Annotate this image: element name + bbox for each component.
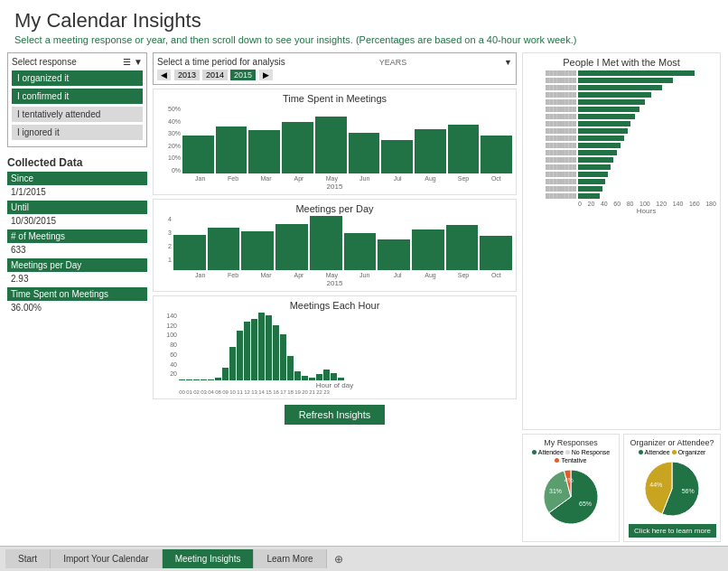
chart3-bar [222, 368, 229, 380]
tab-import[interactable]: Import Your Calendar [51, 549, 163, 568]
response-icons: ☰ ▼ [123, 57, 143, 67]
chart3-bar [323, 370, 330, 380]
svg-text:31%: 31% [549, 488, 562, 494]
nav-left[interactable]: ◀ [157, 70, 171, 80]
chart-meetings-hour: Meetings Each Hour 14012010080604020 Hou… [153, 295, 517, 399]
people-row: ████████ [527, 70, 716, 76]
chart2-bar [208, 228, 240, 270]
until-value: 10/30/2015 [7, 215, 147, 227]
chart1-bar [315, 117, 347, 173]
meetings-value: 633 [7, 244, 147, 256]
chart1-bar [182, 136, 214, 173]
attendee2-label: Attendee [645, 449, 670, 455]
chart3-bar [229, 347, 236, 381]
attendee2-dot [639, 450, 643, 454]
btn-ignored[interactable]: I ignored it [12, 125, 143, 140]
pie1-box: My Responses Attendee No Response Ten [522, 434, 620, 542]
chart3-bar [309, 378, 315, 380]
response-box: Select response ☰ ▼ I organized it I con… [7, 52, 147, 147]
tab-learn-more[interactable]: Learn More [254, 549, 326, 568]
people-title: People I Met with the Most [527, 57, 716, 68]
chart-time-spent: Time Spent in Meetings 50%40%30%20%10%0%… [153, 89, 517, 195]
horiz-axis-label: Hours [527, 207, 716, 215]
chart3-bar [186, 379, 192, 380]
svg-text:4%: 4% [565, 477, 574, 483]
btn-tentative[interactable]: I tentatively attended [12, 107, 143, 122]
filter-icon[interactable]: ☰ [123, 57, 131, 67]
people-row: ████████ [527, 150, 716, 155]
funnel-icon[interactable]: ▼ [134, 57, 143, 67]
chart-meetings-day: Meetings per Day 4321 JanFebMarAprMayJun… [153, 199, 517, 292]
chart3-bar [215, 378, 221, 380]
year-tab-2014[interactable]: 2014 [202, 70, 228, 80]
chart1-x-labels: JanFebMarAprMayJunJulAugSepOct [157, 175, 512, 182]
pie2-title: Organizer or Attendee? [630, 438, 714, 447]
noresponse-label: No Response [572, 449, 610, 455]
chart3-bar [316, 374, 322, 380]
btn-confirmed[interactable]: I confirmed it [12, 89, 143, 104]
content-area: Select response ☰ ▼ I organized it I con… [0, 49, 728, 546]
people-row: ████████ [527, 186, 716, 192]
chart3-title: Meetings Each Hour [157, 300, 512, 311]
pie1-chart: 65%31%4% [539, 465, 602, 529]
chart1-title: Time Spent in Meetings [157, 93, 512, 104]
tab-bar: Start Import Your Calendar Meeting Insig… [0, 546, 728, 571]
until-label: Until [7, 201, 147, 214]
chart1-bar [248, 130, 280, 173]
filter-icon-2[interactable]: ▼ [504, 58, 512, 67]
people-row: ████████ [527, 121, 716, 126]
chart3-bar [208, 379, 214, 380]
people-row: ████████ [527, 99, 716, 105]
since-label: Since [7, 172, 147, 185]
chart3-container: 14012010080604020 Hour of day00010203040… [157, 313, 512, 395]
years-label: YEARS [379, 58, 407, 67]
chart1-bar [481, 136, 512, 173]
pie2-chart: 56%44% [640, 457, 704, 520]
page-title: My Calendar Insights [14, 9, 714, 33]
legend-noresponse: No Response [565, 449, 610, 455]
mpd-label: Meetings per Day [7, 258, 147, 272]
tab-meeting-insights[interactable]: Meeting Insights [163, 549, 255, 568]
people-row: ████████ [527, 164, 716, 170]
year-tab-2015[interactable]: 2015 [230, 70, 256, 80]
time-period-header: Select a time period for analysis YEARS … [157, 57, 512, 67]
chart1-bar [415, 129, 446, 174]
year-tab-2013[interactable]: 2013 [174, 70, 200, 80]
chart3-bar [179, 379, 185, 380]
btn-organized[interactable]: I organized it [12, 70, 143, 86]
people-row: ████████ [527, 85, 716, 90]
chart3-bar [193, 379, 200, 380]
chart3-bar [302, 376, 308, 380]
legend-attendee2: Attendee [639, 449, 670, 455]
tentative-label: Tentative [561, 457, 586, 463]
learn-more-button[interactable]: Click here to learn more [629, 524, 716, 538]
chart1-bar [282, 122, 313, 173]
noresponse-dot [565, 450, 570, 454]
chart3-bar [294, 371, 301, 380]
pie1-legend: Attendee No Response Tentative [527, 449, 615, 463]
right-panel: People I Met with the Most █████████████… [522, 52, 721, 542]
legend-attendee: Attendee [532, 449, 564, 455]
nav-right[interactable]: ▶ [259, 70, 273, 80]
chart2-bar [173, 235, 206, 270]
page-header: My Calendar Insights Select a meeting re… [0, 0, 728, 49]
refresh-button[interactable]: Refresh Insights [285, 405, 385, 425]
mpd-value: 2.93 [7, 273, 147, 285]
people-chart: ████████████████████████████████████████… [527, 70, 716, 199]
add-tab-button[interactable]: ⊕ [327, 548, 350, 570]
chart2-bar [241, 231, 274, 270]
attendee-label: Attendee [538, 449, 564, 455]
people-row: ████████ [527, 193, 716, 199]
pie2-box: Organizer or Attendee? Attendee Organize… [623, 434, 721, 542]
svg-text:44%: 44% [649, 482, 662, 488]
people-row: ████████ [527, 114, 716, 119]
tentative-dot [555, 458, 559, 463]
chart2-year: 2015 [157, 279, 512, 287]
organizer-label: Organizer [678, 449, 706, 455]
tab-start[interactable]: Start [5, 549, 51, 568]
tsm-value: 36.00% [7, 302, 147, 314]
meetings-label: # of Meetings [7, 229, 147, 243]
collected-data: Collected Data Since 1/1/2015 Until 10/3… [7, 156, 147, 316]
time-period-label: Select a time period for analysis [157, 57, 285, 67]
response-header: Select response ☰ ▼ [12, 57, 143, 67]
